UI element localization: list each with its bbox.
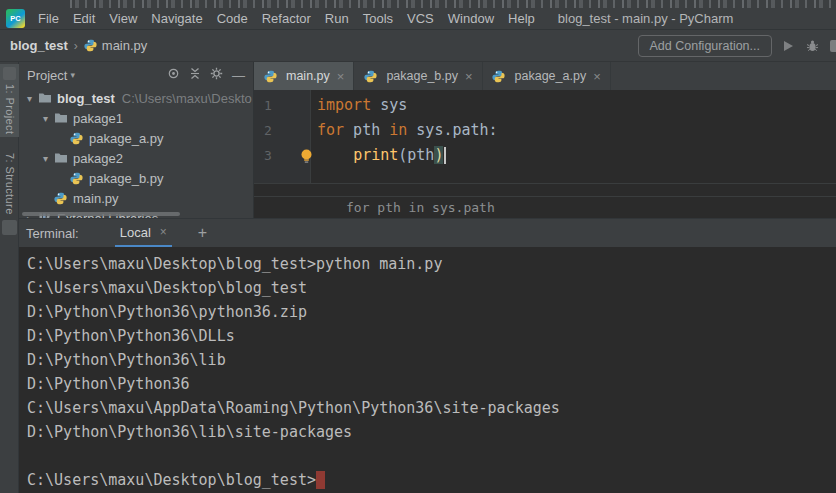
- line-number: 1: [254, 93, 311, 118]
- collapse-all-icon[interactable]: [189, 67, 201, 83]
- project-view-label: Project: [27, 68, 67, 83]
- terminal-tab-local[interactable]: Local ×: [115, 219, 172, 247]
- terminal-panel-label: Terminal:: [26, 226, 79, 241]
- code-lines: 1import sys2for pth in sys.path:3 print(…: [254, 93, 836, 168]
- hide-panel-icon[interactable]: —: [232, 69, 245, 82]
- intention-bulb-icon[interactable]: [299, 147, 314, 172]
- add-configuration-button[interactable]: Add Configuration...: [638, 35, 773, 57]
- tool-stripe-terminal-button[interactable]: [2, 220, 17, 235]
- python-icon: [68, 172, 85, 185]
- tree-item-main-py[interactable]: main.py: [19, 188, 253, 208]
- stripe-structure-label: 7: Structure: [4, 153, 16, 215]
- project-horizontal-scrollbar[interactable]: [22, 212, 180, 216]
- menu-help[interactable]: Help: [501, 11, 542, 26]
- terminal-cursor: [316, 471, 325, 489]
- terminal-line: D:\Python\Python36\DLLs: [27, 324, 836, 348]
- editor-tab-label: main.py: [286, 69, 330, 83]
- menu-code[interactable]: Code: [210, 11, 255, 26]
- terminal-line: C:\Users\maxu\Desktop\blog_test>python m…: [27, 252, 836, 276]
- background-window-overlay: [70, 0, 836, 8]
- tree-item-label: pakage1: [73, 111, 123, 126]
- gear-icon[interactable]: [210, 67, 223, 83]
- tree-item-pakage2[interactable]: ▾pakage2: [19, 148, 253, 168]
- project-view-dropdown[interactable]: Project ▾: [27, 68, 75, 83]
- terminal-line: D:\Python\Python36\python36.zip: [27, 300, 836, 324]
- terminal-line: C:\Users\maxu\Desktop\blog_test: [27, 276, 836, 300]
- tree-item-label: blog_test: [57, 91, 115, 106]
- menu-vcs[interactable]: VCS: [400, 11, 441, 26]
- menu-view[interactable]: View: [102, 11, 144, 26]
- tree-expand-icon[interactable]: ▾: [23, 93, 36, 104]
- menu-bar: FileEditViewNavigateCodeRefactorRunTools…: [31, 11, 542, 26]
- terminal-prompt-line: C:\Users\maxu\Desktop\blog_test>: [27, 468, 836, 492]
- code-line-1[interactable]: 1import sys: [254, 93, 836, 118]
- context-text: for pth in sys.path: [346, 200, 495, 215]
- tool-window-stripe: 1: Project 7: Structure: [0, 62, 19, 493]
- code-text: print(pth): [311, 143, 446, 168]
- tree-item-label: main.py: [73, 191, 119, 206]
- tree-item-pakage1[interactable]: ▾pakage1: [19, 108, 253, 128]
- breadcrumb-project[interactable]: blog_test: [10, 38, 68, 53]
- code-text: for pth in sys.path:: [311, 118, 498, 143]
- editor-tab-pakage_b.py[interactable]: pakage_b.py×: [354, 62, 482, 90]
- partial-toolbar-icon[interactable]: [830, 40, 836, 52]
- terminal-line: C:\Users\maxu\AppData\Roaming\Python\Pyt…: [27, 396, 836, 420]
- line-number: 2: [254, 118, 311, 143]
- terminal-header: Terminal: Local × +: [19, 219, 836, 247]
- terminal-output[interactable]: C:\Users\maxu\Desktop\blog_test>python m…: [19, 247, 836, 493]
- new-terminal-tab-button[interactable]: +: [198, 224, 207, 242]
- terminal-tab-label: Local: [120, 225, 151, 240]
- folder-icon: [52, 112, 69, 124]
- code-area[interactable]: 1import sys2for pth in sys.path:3 print(…: [254, 90, 836, 184]
- code-line-3[interactable]: 3 print(pth): [254, 143, 836, 168]
- menu-tools[interactable]: Tools: [356, 11, 400, 26]
- close-terminal-tab-icon[interactable]: ×: [160, 225, 167, 239]
- editor-tab-pakage_a.py[interactable]: pakage_a.py×: [483, 62, 611, 90]
- menu-navigate[interactable]: Navigate: [144, 11, 209, 26]
- folder-icon: [52, 152, 69, 164]
- editor-tab-main.py[interactable]: main.py×: [254, 62, 354, 90]
- breadcrumb-chevron-icon: ›: [74, 39, 78, 53]
- close-tab-icon[interactable]: ×: [465, 69, 473, 84]
- content-column: Project ▾ — ▾blog_testC:\Users\maxu\Desk…: [19, 62, 836, 493]
- tree-item-pakage-a-py[interactable]: pakage_a.py: [19, 128, 253, 148]
- menu-edit[interactable]: Edit: [66, 11, 102, 26]
- tree-expand-icon[interactable]: ▾: [39, 113, 52, 124]
- menu-file[interactable]: File: [31, 11, 66, 26]
- locate-file-icon[interactable]: [167, 67, 180, 83]
- debug-icon[interactable]: [806, 39, 819, 52]
- close-tab-icon[interactable]: ×: [337, 69, 345, 84]
- breadcrumb-file[interactable]: main.py: [102, 38, 148, 53]
- tool-stripe-structure-button[interactable]: 7: Structure: [0, 150, 19, 218]
- code-text: import sys: [311, 93, 407, 118]
- project-tree: ▾blog_testC:\Users\maxu\Deskto▾pakage1pa…: [19, 88, 253, 218]
- terminal-line: D:\Python\Python36\lib: [27, 348, 836, 372]
- upper-row: Project ▾ — ▾blog_testC:\Users\maxu\Desk…: [19, 62, 836, 218]
- editor-tab-bar: main.py×pakage_b.py×pakage_a.py×: [254, 62, 836, 90]
- python-file-icon: [263, 70, 277, 83]
- menu-refactor[interactable]: Refactor: [255, 11, 318, 26]
- main-area: 1: Project 7: Structure Project ▾: [0, 62, 836, 493]
- close-tab-icon[interactable]: ×: [593, 69, 601, 84]
- terminal-line: D:\Python\Python36\lib\site-packages: [27, 420, 836, 444]
- pycharm-logo-icon: PC: [6, 9, 25, 28]
- tree-item-pakage-b-py[interactable]: pakage_b.py: [19, 168, 253, 188]
- tool-stripe-project-button[interactable]: 1: Project: [0, 64, 19, 137]
- code-line-2[interactable]: 2for pth in sys.path:: [254, 118, 836, 143]
- pycharm-window: PC FileEditViewNavigateCodeRefactorRunTo…: [0, 0, 836, 493]
- run-toolbar: Add Configuration...: [638, 35, 836, 57]
- menu-window[interactable]: Window: [441, 11, 501, 26]
- chevron-down-icon: ▾: [70, 70, 75, 80]
- editor-tab-label: pakage_b.py: [386, 69, 458, 83]
- run-icon[interactable]: [784, 41, 793, 51]
- titlebar: PC FileEditViewNavigateCodeRefactorRunTo…: [0, 0, 836, 30]
- python-icon: [52, 192, 69, 205]
- menu-run[interactable]: Run: [318, 11, 356, 26]
- terminal-line: D:\Python\Python36: [27, 372, 836, 396]
- navigation-bar: blog_test › main.py Add Configuration...: [0, 30, 836, 62]
- editor-bottom-gap: [254, 184, 836, 196]
- tree-item-label: pakage_a.py: [89, 131, 163, 146]
- tree-item-blog-test[interactable]: ▾blog_testC:\Users\maxu\Deskto: [19, 88, 253, 108]
- tree-expand-icon[interactable]: ▾: [39, 153, 52, 164]
- terminal-tool-window: Terminal: Local × + C:\Users\maxu\Deskto…: [19, 218, 836, 493]
